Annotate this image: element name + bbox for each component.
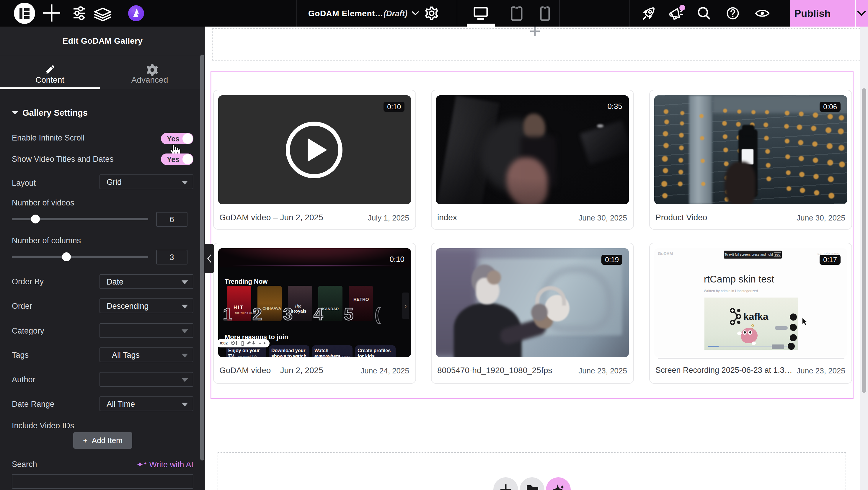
- svg-text:GoDAM Element…: GoDAM Element…: [308, 9, 383, 18]
- svg-text:(Draft): (Draft): [383, 9, 407, 18]
- svg-text:Publish: Publish: [795, 8, 831, 19]
- svg-text:kafka: kafka: [743, 311, 769, 322]
